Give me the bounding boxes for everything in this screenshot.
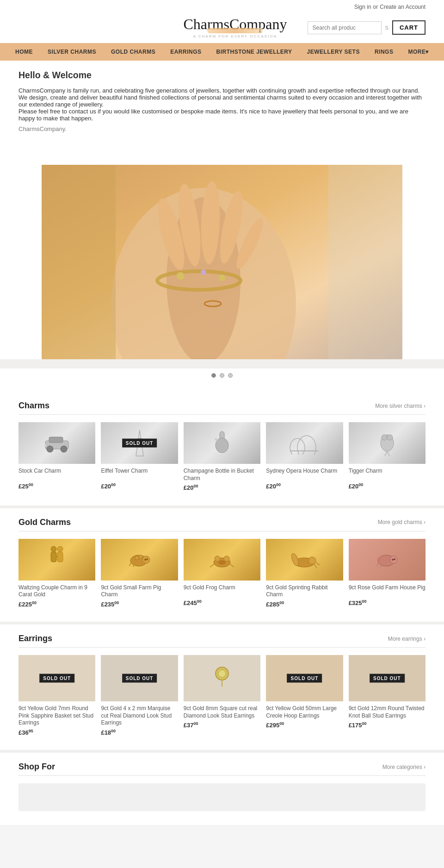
svg-rect-19 [43,444,46,446]
logo-sub: A CHARM FOR EVERY OCCASION [183,34,287,38]
shop-for-title: Shop For [18,762,55,772]
search-input[interactable] [308,21,382,34]
earring-product-4[interactable]: SOLD OUT 9ct Yellow Gold 50mm Large Creo… [266,655,343,736]
gold-charm-price-5: £32500 [349,599,426,606]
nav-jewellery-sets[interactable]: JEWELLERY SETS [300,43,367,61]
welcome-section: Hello & Welcome CharmsCompany is family … [0,61,444,146]
earring-product-1[interactable]: SOLD OUT 9ct Yellow Gold 7mm Round Pink … [18,655,95,736]
svg-line-63 [377,562,379,566]
gold-charms-title: Gold Charms [18,518,71,527]
svg-point-49 [215,556,220,562]
stud-earring-icon [213,664,231,692]
svg-point-62 [392,559,394,561]
welcome-heading: Hello & Welcome [18,70,426,81]
charm-name-4: Sydney Opera House Charm [266,468,343,481]
rabbit-icon [288,550,321,569]
nav-earrings[interactable]: EARRINGS [163,43,209,61]
cart-button[interactable]: CART [392,20,426,35]
shop-for-header: Shop For More categories › [18,762,426,776]
nav-more[interactable]: MORE▾ [401,43,436,61]
gold-charm-name-4: 9ct Gold Sprinting Rabbit Charm [266,584,343,599]
header-right: S CART [308,20,426,35]
charm-name-1: Stock Car Charm [18,468,95,481]
sign-in-link[interactable]: Sign in [354,4,371,10]
nav-silver-charms[interactable]: SILVER CHARMS [40,43,104,61]
svg-point-42 [146,558,148,560]
carousel-dot-2[interactable] [220,373,224,378]
gold-charms-section: Gold Charms More gold charms › Waltzing … [0,508,444,622]
gold-charm-5[interactable]: 9ct Rose Gold Farm House Pig £32500 [349,539,426,608]
gold-charm-name-1: Waltzing Couple Charm in 9 Carat Gold [18,584,95,599]
gold-charms-section-header: Gold Charms More gold charms › [18,518,426,531]
gold-charms-more-link[interactable]: More gold charms › [378,519,426,525]
stock-car-icon [41,431,73,455]
pig-icon [126,550,154,569]
svg-point-47 [139,555,142,559]
earring-price-2: £1800 [101,729,178,736]
charm-img-3 [184,422,260,464]
charm-product-5[interactable]: Tigger Charm £2000 [349,422,426,492]
gold-charm-1[interactable]: Waltzing Couple Charm in 9 Carat Gold £2… [18,539,95,608]
gold-charm-name-5: 9ct Rose Gold Farm House Pig [349,584,426,597]
waltzing-couple-icon [45,543,68,576]
earring-name-2: 9ct Gold 4 x 2 mm Marquise cut Real Diam… [101,705,178,727]
hero-wrapper [0,146,444,359]
logo-accent [207,28,263,33]
gold-charm-img-2 [101,539,178,581]
carousel-dot-3[interactable] [228,373,233,378]
charm-name-3: Champagne Bottle in Bucket Charm [184,468,260,482]
gold-charm-3[interactable]: 9ct Gold Frog Charm £24500 [184,539,260,608]
nav-gold-charms[interactable]: GOLD CHARMS [104,43,163,61]
charm-product-1[interactable]: Stock Car Charm £2500 [18,422,95,492]
search-s: S [385,25,388,31]
sold-out-badge-2: SOLD OUT [122,439,157,448]
carousel-dot-1[interactable] [211,373,216,378]
nav-rings[interactable]: RINGS [367,43,401,61]
svg-point-56 [308,557,316,564]
rose-gold-pig-icon [373,550,401,569]
charm-product-3[interactable]: Champagne Bottle in Bucket Charm £2000 [184,422,260,492]
navigation: HOME SILVER CHARMS GOLD CHARMS EARRINGS … [0,43,444,61]
gold-charm-4[interactable]: 9ct Gold Sprinting Rabbit Charm £28500 [266,539,343,608]
welcome-para2: We design, create and deliver beautiful … [18,94,426,108]
shop-for-more[interactable]: More categories › [382,764,426,770]
gold-charms-row: Waltzing Couple Charm in 9 Carat Gold £2… [18,539,426,608]
gold-charm-2[interactable]: 9ct Gold Small Farm Pig Charm £23500 [101,539,178,608]
earring-name-4: 9ct Yellow Gold 50mm Large Creole Hoop E… [266,705,343,719]
welcome-sign: CharmsCompany. [18,125,426,132]
svg-line-57 [314,563,317,568]
svg-point-50 [224,556,229,562]
svg-point-17 [47,446,53,452]
charm-product-2[interactable]: SOLD OUT Eiffel Tower Charm £2000 [101,422,178,492]
nav-home[interactable]: HOME [8,43,40,61]
nav-birthstone[interactable]: BIRTHSTONE JEWELLERY [209,43,300,61]
charm-price-5: £2000 [349,482,426,490]
gold-charm-price-4: £28500 [266,600,343,608]
charm-product-4[interactable]: Sydney Opera House Charm £2000 [266,422,343,492]
tigger-icon [376,429,399,457]
shop-for-section: Shop For More categories › [0,753,444,825]
svg-point-31 [382,435,387,440]
svg-line-53 [230,564,234,567]
sold-out-earring-5: SOLD OUT [370,674,405,683]
svg-line-58 [316,562,320,565]
svg-rect-36 [51,552,56,562]
earring-name-3: 9ct Gold 8mm Square cut real Diamond Loo… [184,705,260,719]
sold-out-earring-4: SOLD OUT [287,674,322,683]
earring-product-5[interactable]: SOLD OUT 9ct Gold 12mm Round Twisted Kno… [349,655,426,736]
svg-point-32 [387,435,393,440]
svg-line-33 [385,451,387,456]
create-account-link[interactable]: Create an Account [380,4,426,10]
charms-more-link[interactable]: More silver charms › [375,403,426,409]
earring-product-2[interactable]: SOLD OUT 9ct Gold 4 x 2 mm Marquise cut … [101,655,178,736]
hero-svg [42,165,402,359]
earrings-more-link[interactable]: More earrings › [388,636,426,642]
charm-name-2: Eiffel Tower Charm [101,468,178,481]
header-or: or [373,4,378,10]
svg-point-10 [201,269,206,275]
gold-charm-img-1 [18,539,95,581]
gold-charm-img-4 [266,539,343,581]
earring-product-3[interactable]: 9ct Gold 8mm Square cut real Diamond Loo… [184,655,260,736]
gold-charm-price-1: £22500 [18,600,95,608]
gold-charm-price-3: £24500 [184,599,260,606]
